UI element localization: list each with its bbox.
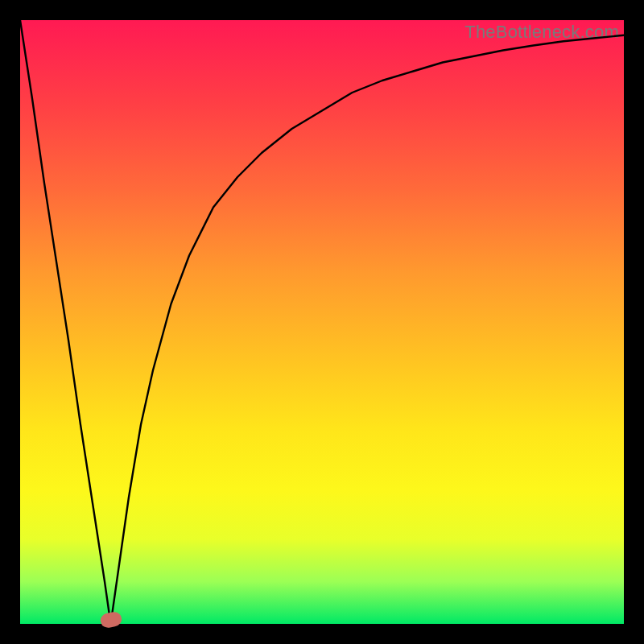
chart-frame: TheBottleneck.com bbox=[0, 0, 644, 644]
curve-svg bbox=[20, 20, 624, 624]
plot-area: TheBottleneck.com bbox=[20, 20, 624, 624]
bottleneck-curve bbox=[20, 20, 624, 624]
